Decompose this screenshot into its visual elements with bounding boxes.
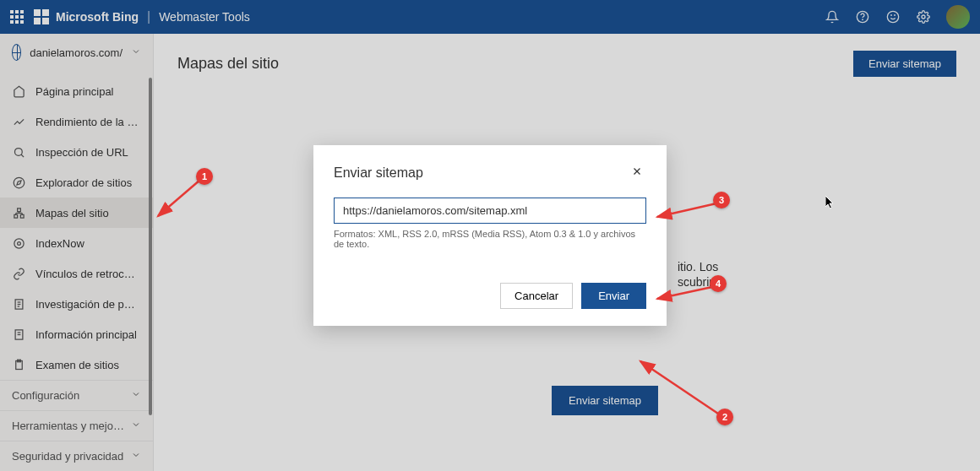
modal-title: Enviar sitemap xyxy=(334,165,423,181)
sitemap-url-input[interactable] xyxy=(334,198,646,224)
close-icon[interactable] xyxy=(628,162,646,184)
cancel-button[interactable]: Cancelar xyxy=(500,283,573,309)
submit-button[interactable]: Enviar xyxy=(581,283,646,309)
format-hint: Formatos: XML, RSS 2.0, mRSS (Media RSS)… xyxy=(334,229,646,249)
submit-sitemap-modal: Enviar sitemap Formatos: XML, RSS 2.0, m… xyxy=(313,145,667,326)
